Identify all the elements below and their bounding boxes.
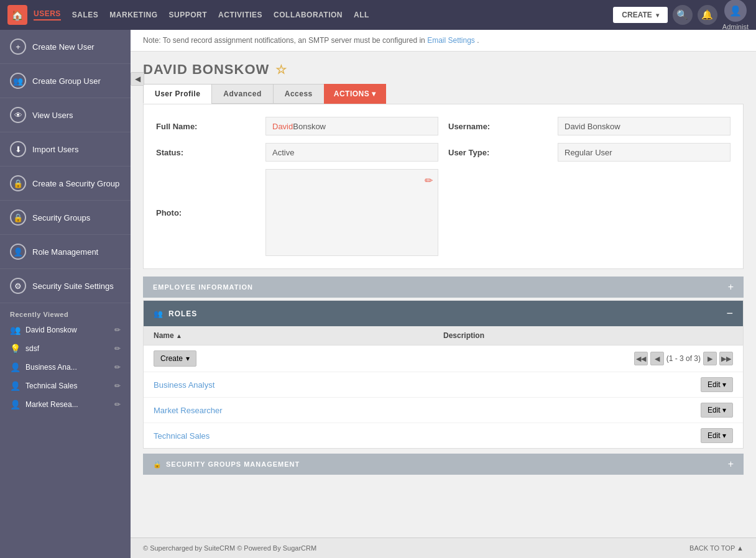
roles-collapse-icon[interactable]: −	[726, 307, 733, 320]
main-content: Note: To send record assignment notifica…	[131, 30, 756, 558]
user-type-label: User Type:	[448, 148, 548, 157]
rv-user-icon: 👤	[10, 362, 21, 372]
avatar[interactable]: 👤	[724, 0, 747, 22]
nav-right: CREATE ▾ 🔍 🔔 👤 Administ	[613, 0, 749, 30]
sidebar-item-role-management[interactable]: 👤 Role Management	[0, 235, 131, 269]
full-name-label: Full Name:	[156, 122, 256, 131]
user-name: DAVID BONSKOW ☆	[143, 62, 744, 78]
notifications-icon[interactable]: 🔔	[698, 5, 717, 25]
sidebar-item-create-new-user[interactable]: + Create New User	[0, 30, 131, 64]
sidebar-item-label: Create Group User	[32, 76, 101, 86]
role-technical-sales-link[interactable]: Technical Sales	[154, 431, 701, 441]
sidebar-item-create-group-user[interactable]: 👥 Create Group User	[0, 64, 131, 98]
rv-edit-icon[interactable]: ✏	[114, 382, 121, 390]
nav-sales[interactable]: SALES	[72, 11, 99, 19]
rv-item-label: Technical Sales	[25, 382, 77, 390]
collapse-sidebar-toggle[interactable]: ◀	[131, 72, 144, 86]
tab-access[interactable]: Access	[273, 84, 324, 104]
photo-box: ✏	[265, 169, 438, 256]
pagination: ◀◀ ◀ (1 - 3 of 3) ▶ ▶▶	[634, 352, 733, 365]
roles-icon: 👥	[154, 309, 164, 318]
security-groups-section-header[interactable]: 🔒 SECURITY GROUPS MANAGEMENT +	[143, 454, 744, 475]
sort-icon[interactable]: ▲	[176, 332, 182, 339]
role-market-researcher-link[interactable]: Market Researcher	[154, 406, 701, 415]
back-to-top-button[interactable]: BACK TO TOP ▲	[689, 544, 744, 552]
tab-actions[interactable]: ACTIONS ▾	[324, 84, 386, 104]
sidebar-item-security-groups[interactable]: 🔒 Security Groups	[0, 201, 131, 235]
dropdown-arrow-icon: ▾	[186, 354, 190, 363]
import-icon: ⬇	[10, 141, 26, 157]
sidebar-item-label: Security Groups	[32, 213, 90, 222]
rv-item-technical-sales[interactable]: 👤 Technical Sales ✏	[0, 377, 131, 395]
edit-technical-sales-button[interactable]: Edit ▾	[701, 428, 733, 443]
rv-edit-icon[interactable]: ✏	[114, 344, 121, 353]
rv-item-label: David Bonskow	[25, 326, 77, 334]
sidebar-item-create-security-group[interactable]: 🔒 Create a Security Group	[0, 167, 131, 201]
recently-viewed-title: Recently Viewed	[0, 303, 131, 321]
roles-title: 👥 ROLES	[154, 309, 197, 318]
employee-info-expand-icon[interactable]: +	[728, 281, 734, 293]
pagination-next-button[interactable]: ▶	[703, 352, 717, 365]
eye-icon: 👁	[10, 107, 26, 123]
user-profile-form: Full Name: David Bonskow Username: David…	[143, 104, 744, 269]
nav-links: USERS SALES MARKETING SUPPORT ACTIVITIES…	[34, 9, 613, 21]
rv-item-label: sdsf	[25, 344, 39, 353]
rv-edit-icon[interactable]: ✏	[114, 326, 121, 334]
email-settings-link[interactable]: Email Settings	[427, 36, 475, 45]
pagination-prev-button[interactable]: ◀	[650, 352, 664, 365]
user-name-text: DAVID BONSKOW	[143, 62, 269, 78]
rv-item-david-bonskow[interactable]: 👥 David Bonskow ✏	[0, 321, 131, 339]
back-to-top-text: BACK TO TOP ▲	[689, 544, 744, 552]
photo-edit-icon[interactable]: ✏	[425, 175, 433, 186]
favorite-star-icon[interactable]: ☆	[275, 62, 287, 77]
sidebar-item-label: Create New User	[32, 42, 94, 52]
search-icon[interactable]: 🔍	[673, 5, 693, 25]
tab-user-profile[interactable]: User Profile	[143, 84, 211, 104]
notification-suffix: .	[477, 36, 479, 45]
edit-business-analyst-button[interactable]: Edit ▾	[701, 377, 733, 392]
role-icon: 👤	[10, 244, 26, 260]
group-icon: 👥	[10, 73, 26, 89]
nav-support[interactable]: SUPPORT	[169, 11, 208, 19]
roles-create-button[interactable]: Create ▾	[154, 350, 196, 367]
nav-all[interactable]: ALL	[354, 11, 369, 19]
rv-edit-icon[interactable]: ✏	[114, 363, 121, 372]
edit-market-researcher-button[interactable]: Edit ▾	[701, 403, 733, 418]
pagination-last-button[interactable]: ▶▶	[719, 352, 733, 365]
home-icon[interactable]: 🏠	[7, 5, 27, 25]
rv-item-sdsf[interactable]: 💡 sdsf ✏	[0, 339, 131, 358]
rv-user-icon: 👤	[10, 400, 21, 409]
create-button[interactable]: CREATE ▾	[613, 7, 667, 23]
sidebar-item-security-suite-settings[interactable]: ⚙ Security Suite Settings	[0, 269, 131, 303]
nav-activities[interactable]: ACTIVITIES	[218, 11, 262, 19]
plus-icon: +	[10, 39, 26, 55]
security-groups-title-text: SECURITY GROUPS MANAGEMENT	[166, 460, 300, 468]
username-value: David Bonskow	[558, 117, 731, 135]
sidebar-item-label: View Users	[32, 111, 73, 120]
employee-info-section-header[interactable]: EMPLOYEE INFORMATION +	[143, 277, 744, 298]
sidebar-item-label: Create a Security Group	[32, 179, 119, 188]
rv-item-label: Business Ana...	[25, 363, 77, 372]
roles-section: 👥 ROLES − Name ▲ Description Create ▾ ◀◀	[143, 300, 744, 449]
sidebar-item-import-users[interactable]: ⬇ Import Users	[0, 132, 131, 167]
full-name-highlight: David	[272, 122, 293, 131]
table-row: Technical Sales Edit ▾	[144, 423, 743, 448]
nav-users[interactable]: USERS	[34, 9, 61, 21]
security-groups-expand-icon[interactable]: +	[728, 459, 734, 470]
role-business-analyst-link[interactable]: Business Analyst	[154, 380, 701, 390]
nav-collaboration[interactable]: COLLABORATION	[274, 11, 343, 19]
pagination-first-button[interactable]: ◀◀	[634, 352, 648, 365]
nav-marketing[interactable]: MARKETING	[109, 11, 157, 19]
rv-item-market-resea[interactable]: 👤 Market Resea... ✏	[0, 395, 131, 414]
sidebar-item-view-users[interactable]: 👁 View Users	[0, 98, 131, 132]
top-nav: 🏠 USERS SALES MARKETING SUPPORT ACTIVITI…	[0, 0, 756, 30]
sidebar: + Create New User 👥 Create Group User 👁 …	[0, 30, 131, 558]
tab-advanced[interactable]: Advanced	[211, 84, 272, 104]
roles-title-text: ROLES	[168, 309, 197, 318]
rv-item-business-ana[interactable]: 👤 Business Ana... ✏	[0, 358, 131, 377]
notification-text: Note: To send record assignment notifica…	[143, 36, 427, 45]
notification-bar: Note: To send record assignment notifica…	[131, 30, 756, 52]
user-type-value: Regular User	[558, 143, 731, 162]
rv-edit-icon[interactable]: ✏	[114, 400, 121, 409]
form-grid: Full Name: David Bonskow Username: David…	[156, 117, 731, 256]
